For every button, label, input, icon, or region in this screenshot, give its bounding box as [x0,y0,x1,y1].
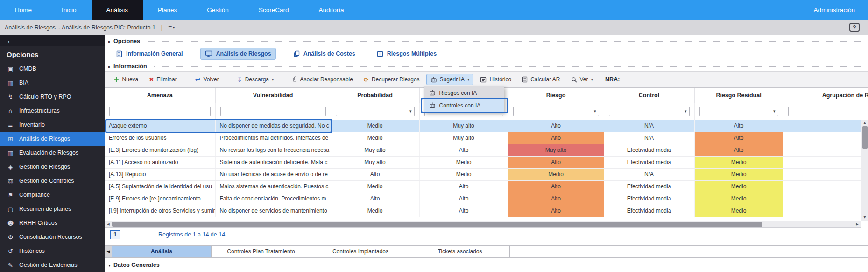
cell-amenaza[interactable]: [E.9] Errores de [re-]encaminamiento [105,193,215,205]
sidebar-back-button[interactable]: ← [0,35,105,46]
nav-item-auditoria[interactable]: Auditoría [303,0,359,20]
column-header-riesgo[interactable]: Riesgo [508,88,604,103]
sidebar-item-compliance[interactable]: ⚑Compliance [0,188,105,202]
cell-riesgo-residual[interactable]: Medio [694,168,783,180]
cell-riesgo[interactable]: Muy alto [508,144,604,156]
cell-riesgo[interactable]: Alto [508,180,604,193]
sidebar-item-historicos[interactable]: ↺Históricos [0,244,105,258]
descarga-button[interactable]: ↧Descarga▾ [233,74,278,86]
volver-button[interactable]: ↩Volver [191,73,223,86]
table-row[interactable]: Ataque externoNo disponer de medidas de … [105,120,868,132]
nav-item-scorecard[interactable]: ScoreCard [244,0,304,20]
cell-impacto[interactable]: Muy alto [419,132,508,144]
sheet-tab-tickets-asociados[interactable]: Tickets asociados [410,246,510,257]
cell-impacto[interactable]: Medio [419,156,508,168]
cell-riesgo[interactable]: Alto [508,205,604,217]
ver-button[interactable]: Ver▾ [567,74,598,85]
cell-riesgo-residual[interactable]: Alto [694,144,783,156]
nav-item-analisis[interactable]: Análisis [92,0,143,20]
nav-item-administracion[interactable]: Administración [800,0,868,20]
scroll-down-icon[interactable]: ▼ [861,214,868,221]
cell-probabilidad[interactable]: Muy alto [331,144,419,156]
column-header-amenaza[interactable]: Amenaza [105,88,215,103]
cell-control[interactable]: Efectividad media [604,156,694,168]
cell-control[interactable]: Efectividad media [604,205,694,217]
cell-riesgo[interactable]: Alto [508,132,604,144]
tab-riesgos-multiples[interactable]: Riesgos Múltiples [373,48,441,59]
cell-control[interactable]: Efectividad media [604,180,694,193]
asociar-responsable-button[interactable]: Asociar Responsable [288,74,357,85]
cell-riesgo-residual[interactable]: Medio [694,205,783,217]
cell-probabilidad[interactable]: Muy alto [331,156,419,168]
cell-amenaza[interactable]: [I.9] Interrupción de otros Servicios y … [105,205,215,217]
nueva-button[interactable]: +Nueva [109,73,142,86]
cell-probabilidad[interactable]: Medio [331,180,419,193]
sheet-tab-analisis[interactable]: Análisis [112,246,212,257]
scroll-up-icon[interactable]: ▲ [861,120,868,126]
column-header-probabilidad[interactable]: Probabilidad [331,88,419,103]
sidebar-item-evaluacion-de-riesgos[interactable]: ▥Evaluación de Riesgos [0,146,105,160]
cell-agrupacion[interactable] [783,120,868,132]
cell-agrupacion[interactable] [783,180,868,193]
column-header-vulnerabilidad[interactable]: Vulnerabilidad [215,88,331,103]
cell-control[interactable]: N/A [604,120,694,132]
scroll-left-icon[interactable]: ◀ [105,222,112,226]
cell-riesgo-residual[interactable]: Medio [694,180,783,193]
sugerir-ia-button[interactable]: Sugerir IA▾Riesgos con IAControles con I… [426,74,474,85]
cell-probabilidad[interactable]: Alto [331,193,419,205]
vertical-scrollbar[interactable]: ▲ ▼ [861,120,868,221]
filter-select-riesgo-residual[interactable]: ▾ [699,107,778,116]
cell-amenaza[interactable]: Ataque externo [105,120,215,132]
sheet-tab-controles-implantados[interactable]: Controles Implantados [311,246,410,257]
column-header-agrupacion-de-riesgo[interactable]: Agrupación de Riesgo [783,88,868,103]
nav-item-inicio[interactable]: Inicio [47,0,92,20]
vertical-scroll-thumb[interactable] [862,126,868,149]
cell-probabilidad[interactable]: Alto [331,168,419,180]
sidebar-item-bia[interactable]: ▦BIA [0,76,105,90]
help-button[interactable]: ? [849,23,860,32]
sidebar-item-cmdb[interactable]: ▣CMDB [0,62,105,76]
cell-amenaza[interactable]: [A.13] Repudio [105,168,215,180]
cell-riesgo-residual[interactable]: Medio [694,193,783,205]
list-menu-icon[interactable]: ≡▾ [168,24,175,31]
filter-input-amenaza[interactable] [109,107,211,116]
sidebar-item-inventario[interactable]: ≡Inventario [0,118,105,132]
cell-vulnerabilidad[interactable]: Falta de concienciación. Procedimientos … [215,193,331,205]
eliminar-button[interactable]: ✖Eliminar [145,74,181,85]
cell-vulnerabilidad[interactable]: No usar técnicas de acuse de envío o de … [215,168,331,180]
cell-riesgo[interactable]: Alto [508,120,604,132]
sheet-tab-controles-plan-tratamiento[interactable]: Controles Plan Tratamiento [212,246,311,257]
cell-probabilidad[interactable]: Medio [331,120,419,132]
filter-select-probabilidad[interactable]: ▾ [336,107,415,116]
cell-control[interactable]: N/A [604,168,694,180]
cell-vulnerabilidad[interactable]: No revisar los logs con la frecuencia ne… [215,144,331,156]
cell-control[interactable]: N/A [604,132,694,144]
horizontal-scrollbar[interactable]: ◀ ▶ [105,221,861,228]
scroll-right-icon[interactable]: ▶ [854,222,861,226]
section-datos-generales-header[interactable]: ▾ Datos Generales [105,260,868,270]
tab-analisis-de-costes[interactable]: Análisis de Costes [289,48,360,59]
table-row[interactable]: [A.11] Acceso no autorizadoSistema de au… [105,156,868,168]
table-row[interactable]: [A.5] Suplantación de la identidad del u… [105,180,868,193]
menu-item-controles-con-ia[interactable]: Controles con IA [424,99,504,112]
cell-riesgo-residual[interactable]: Medio [694,156,783,168]
calcular-ar-button[interactable]: Calcular AR [518,74,564,85]
filter-select-riesgo[interactable]: ▾ [513,107,599,116]
cell-riesgo[interactable]: Alto [508,156,604,168]
cell-impacto[interactable]: Alto [419,144,508,156]
cell-impacto[interactable]: Alto [419,180,508,193]
filter-select-control[interactable]: ▾ [609,107,690,116]
cell-control[interactable]: Efectividad media [604,193,694,205]
horizontal-scroll-thumb[interactable] [112,222,762,227]
cell-amenaza[interactable]: [E.3] Errores de monitorización (log) [105,144,215,156]
page-number-button[interactable]: 1 [110,230,120,239]
column-header-riesgo-residual[interactable]: Riesgo Residual [694,88,783,103]
cell-agrupacion[interactable] [783,156,868,168]
menu-item-riesgos-con-ia[interactable]: Riesgos con IA [424,86,504,99]
table-row[interactable]: [E.3] Errores de monitorización (log)No … [105,144,868,156]
nav-item-home[interactable]: Home [0,0,47,20]
section-opciones-header[interactable]: ▸ Opciones [105,36,868,46]
sidebar-item-resumen-de-planes[interactable]: ▢Resumen de planes [0,202,105,216]
sidebar-item-gestion-de-riesgos[interactable]: ◈Gestión de Riesgos [0,160,105,174]
nav-item-gestion[interactable]: Gestión [192,0,244,20]
